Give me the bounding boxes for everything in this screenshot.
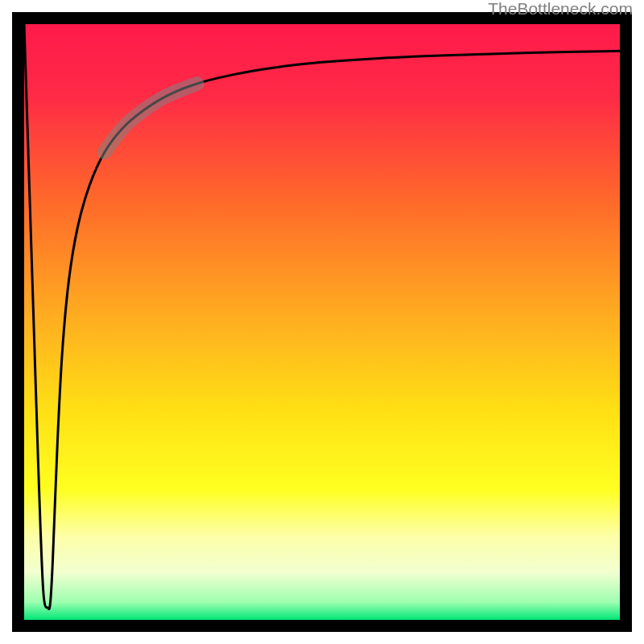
attribution-label: TheBottleneck.com [488,0,633,17]
chart-background-gradient [24,24,620,620]
chart-container: TheBottleneck.com [0,0,644,644]
bottleneck-chart [0,0,644,644]
